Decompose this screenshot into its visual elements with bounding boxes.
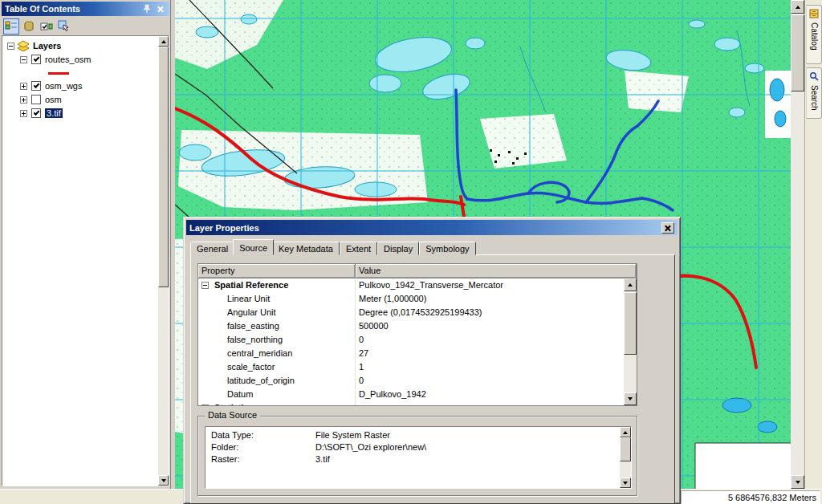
side-tab-search[interactable]: Search (806, 67, 822, 119)
grid-scrollbar[interactable] (624, 278, 637, 405)
expander-minus-icon[interactable] (201, 282, 209, 289)
column-header-property[interactable]: Property (198, 264, 356, 278)
grid-row-statistics[interactable]: Statistics (198, 401, 624, 405)
side-tab-catalog[interactable]: Catalog (806, 5, 822, 64)
layer-item-osm[interactable]: osm (2, 93, 158, 107)
list-by-source-button[interactable] (21, 18, 37, 35)
grid-row-angular-unit[interactable]: Angular UnitDegree (0,0174532925199433) (198, 306, 624, 319)
data-source-text: Data Type:File System RasterFolder:D:\SO… (206, 430, 619, 488)
property-name: central_meridian (227, 348, 292, 358)
layer-item-routes-osm[interactable]: routes_osm (2, 53, 158, 67)
close-icon[interactable] (154, 4, 166, 14)
value-cell (356, 401, 624, 405)
layers-group-icon (17, 40, 30, 54)
scroll-up-button[interactable] (158, 36, 169, 47)
autohide-tab-strip: CatalogSearch (804, 0, 822, 489)
layer-item-osm-wgs[interactable]: osm_wgs (2, 79, 158, 93)
value-cell: Degree (0,0174532925199433) (356, 306, 624, 319)
close-icon[interactable] (661, 222, 674, 234)
grid-row-datum[interactable]: DatumD_Pulkovo_1942 (198, 388, 624, 401)
tab-extent[interactable]: Extent (340, 242, 377, 255)
coordinate-readout: 5 6864576,832 Meters (681, 490, 820, 504)
tab-symbology[interactable]: Symbology (419, 242, 475, 255)
tab-key-metadata[interactable]: Key Metadata (272, 242, 340, 255)
expander-minus-icon[interactable] (7, 43, 14, 50)
value-cell: 1 (356, 360, 624, 374)
value-cell: Meter (1,000000) (356, 292, 624, 306)
data-source-textbox[interactable]: Data Type:File System RasterFolder:D:\SO… (205, 426, 632, 489)
grid-row-central-meridian[interactable]: central_meridian27 (198, 347, 624, 360)
catalog-icon (809, 9, 819, 20)
scroll-up-button[interactable] (620, 427, 631, 437)
pin-icon[interactable] (140, 4, 153, 14)
expander-plus-icon[interactable] (20, 96, 27, 104)
value-cell: 500000 (356, 319, 624, 333)
layer-item-3-tif[interactable]: 3.tif (2, 107, 158, 120)
field-label: Data Type: (211, 430, 315, 442)
list-by-selection-button[interactable] (56, 18, 72, 35)
expander-plus-icon[interactable] (20, 110, 27, 117)
tab-source[interactable]: Source (233, 239, 274, 255)
layer-label[interactable]: osm (45, 95, 62, 104)
property-value: Degree (0,0174532925199433) (359, 307, 482, 317)
expander-plus-icon[interactable] (20, 83, 27, 90)
layer-legend-row (2, 67, 158, 79)
toc-scrollbar[interactable] (158, 36, 169, 486)
layer-label[interactable]: routes_osm (45, 55, 91, 64)
grid-row-false-easting[interactable]: false_easting500000 (198, 319, 624, 333)
expander-plus-icon[interactable] (201, 404, 209, 405)
grid-row-false-northing[interactable]: false_northing0 (198, 333, 624, 347)
map-scrollbar[interactable] (791, 0, 804, 489)
layer-checkbox[interactable] (31, 95, 41, 104)
scroll-thumb[interactable] (620, 437, 631, 461)
property-name: Angular Unit (227, 307, 276, 317)
grid-row-spatial-reference[interactable]: Spatial ReferencePulkovo_1942_Transverse… (198, 278, 624, 292)
scroll-thumb[interactable] (158, 47, 169, 287)
toc-titlebar[interactable]: Table Of Contents (2, 2, 169, 16)
layer-label[interactable]: osm_wgs (45, 81, 82, 91)
property-value: 1 (359, 362, 364, 372)
property-value: Meter (1,000000) (359, 294, 426, 303)
layer-properties-dialog: Layer Properties GeneralSourceKey Metada… (183, 217, 681, 504)
grid-row-latitude-of-origin[interactable]: latitude_of_origin0 (198, 374, 624, 388)
scroll-down-button[interactable] (620, 478, 631, 488)
layer-checkbox[interactable] (31, 81, 41, 91)
toc-toolbar (2, 18, 169, 35)
layer-checkbox[interactable] (31, 55, 41, 64)
grid-row-scale-factor[interactable]: scale_factor1 (198, 360, 624, 374)
property-name: Statistics (214, 403, 254, 405)
dialog-tab-bar: GeneralSourceKey MetadataExtentDisplaySy… (190, 239, 476, 255)
arcmap-window: Table Of Contents Layersroutes_osmosm_wg… (0, 0, 822, 504)
property-value: 500000 (359, 321, 389, 331)
property-cell: latitude_of_origin (198, 374, 356, 388)
data-source-scrollbar[interactable] (620, 427, 631, 488)
scroll-down-button[interactable] (791, 475, 804, 489)
value-cell: Pulkovo_1942_Transverse_Mercator (356, 278, 624, 292)
scroll-thumb[interactable] (624, 292, 637, 355)
property-cell: false_northing (198, 333, 356, 347)
layer-legend-symbol[interactable] (48, 72, 69, 75)
property-value: 0 (359, 335, 364, 344)
grid-row-linear-unit[interactable]: Linear UnitMeter (1,000000) (198, 292, 624, 306)
scroll-down-button[interactable] (624, 392, 637, 405)
scroll-down-button[interactable] (158, 475, 169, 486)
list-by-visibility-button[interactable] (39, 18, 55, 35)
column-header-value[interactable]: Value (356, 264, 637, 278)
layer-group-row[interactable]: Layers (2, 39, 158, 53)
dialog-titlebar[interactable]: Layer Properties (186, 220, 678, 235)
property-grid: Property Value Spatial ReferencePulkovo_… (197, 263, 637, 406)
tab-general[interactable]: General (190, 242, 234, 255)
scroll-up-button[interactable] (624, 278, 637, 291)
layer-checkbox[interactable] (31, 108, 41, 118)
layer-label[interactable]: 3.tif (45, 108, 63, 118)
source-tab-page: Property Value Spatial ReferencePulkovo_… (190, 254, 675, 504)
scroll-thumb[interactable] (791, 14, 804, 91)
expander-minus-icon[interactable] (20, 56, 27, 63)
data-source-groupbox: Data Source Data Type:File System Raster… (197, 416, 637, 496)
list-by-drawing-order-button[interactable] (3, 18, 19, 35)
property-cell: Statistics (198, 401, 356, 405)
tab-display[interactable]: Display (377, 242, 419, 255)
scroll-up-button[interactable] (791, 0, 804, 14)
grid-header: Property Value (198, 264, 637, 278)
field-label: Folder: (211, 442, 315, 454)
